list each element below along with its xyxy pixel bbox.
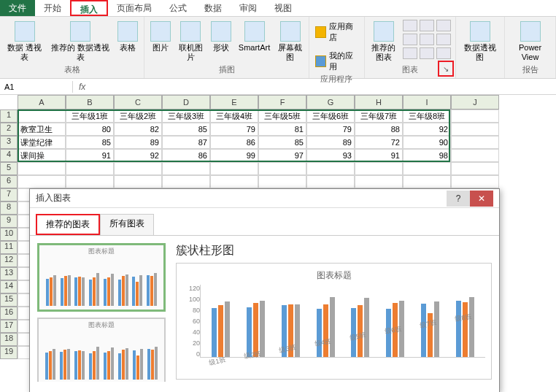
area-chart-icon[interactable] (420, 34, 434, 45)
cell[interactable]: 三年级5班 (258, 109, 306, 123)
cell[interactable] (403, 162, 451, 175)
column-header[interactable]: F (258, 95, 306, 109)
pivot-table-button[interactable]: 数据 透视表 (4, 20, 45, 64)
row-header[interactable]: 13 (0, 267, 18, 280)
line-chart-icon[interactable] (420, 20, 434, 31)
cell[interactable] (66, 162, 114, 175)
tab-view[interactable]: 视图 (266, 0, 301, 16)
cell[interactable] (258, 162, 306, 175)
tab-formula[interactable]: 公式 (161, 0, 196, 16)
column-header[interactable]: E (210, 95, 258, 109)
pivot-chart-button[interactable]: 数据透视图 (460, 20, 500, 64)
column-header[interactable]: H (355, 95, 403, 109)
tab-home[interactable]: 开始 (35, 0, 70, 16)
cell[interactable]: 99 (210, 149, 258, 162)
charts-dialog-launcher[interactable]: ↘ (438, 61, 454, 77)
cell[interactable]: 三年级3班 (162, 109, 210, 123)
cell[interactable] (66, 175, 114, 188)
cell[interactable] (18, 109, 66, 123)
stock-chart-icon[interactable] (403, 47, 417, 59)
combo-chart-icon[interactable] (420, 47, 434, 59)
column-header[interactable]: A (18, 95, 66, 109)
cell[interactable] (451, 109, 499, 123)
tab-data[interactable]: 数据 (196, 0, 231, 16)
cell[interactable] (451, 162, 499, 175)
smartart-button[interactable]: SmartArt (237, 20, 271, 54)
dialog-tab-recommended[interactable]: 推荐的图表 (36, 214, 100, 235)
cell[interactable]: 三年级7班 (355, 109, 403, 123)
cell[interactable]: 79 (306, 123, 355, 136)
cell[interactable]: 80 (66, 123, 114, 136)
cell[interactable]: 89 (114, 136, 162, 149)
cell[interactable] (355, 175, 403, 188)
row-header[interactable]: 1 (0, 109, 18, 123)
row-header[interactable]: 15 (0, 293, 18, 307)
row-header[interactable]: 19 (0, 346, 18, 359)
cell[interactable]: 85 (66, 136, 114, 149)
bar-chart-icon[interactable] (403, 34, 417, 45)
cell[interactable]: 92 (403, 123, 451, 136)
cell[interactable] (306, 175, 355, 188)
cell[interactable] (355, 162, 403, 175)
cell[interactable] (162, 175, 210, 188)
row-header[interactable]: 7 (0, 188, 18, 201)
row-header[interactable]: 11 (0, 241, 18, 254)
row-header[interactable]: 18 (0, 333, 18, 346)
cell[interactable]: 93 (306, 149, 355, 162)
cell[interactable] (258, 175, 306, 188)
row-header[interactable]: 3 (0, 136, 18, 149)
cell[interactable]: 85 (258, 136, 306, 149)
column-header[interactable]: G (306, 95, 355, 109)
cell[interactable] (451, 136, 499, 149)
thumb-stacked-column[interactable]: 图表标题 (37, 318, 166, 382)
cell[interactable]: 72 (355, 136, 403, 149)
cell[interactable]: 89 (306, 136, 355, 149)
cell[interactable] (162, 162, 210, 175)
cell[interactable]: 81 (258, 123, 306, 136)
cell[interactable] (451, 149, 499, 162)
row-header[interactable]: 12 (0, 254, 18, 267)
cell[interactable] (451, 123, 499, 136)
cell[interactable]: 教室卫生 (18, 123, 66, 136)
cell[interactable] (18, 162, 66, 175)
dialog-tab-all[interactable]: 所有图表 (100, 214, 154, 235)
row-header[interactable]: 14 (0, 280, 18, 293)
dialog-close-button[interactable]: ✕ (470, 191, 493, 207)
cell[interactable]: 三年级8班 (403, 109, 451, 123)
power-view-button[interactable]: Power View (509, 20, 551, 64)
row-header[interactable]: 8 (0, 201, 18, 215)
cell[interactable]: 86 (162, 149, 210, 162)
cell[interactable] (114, 162, 162, 175)
cell[interactable]: 90 (403, 136, 451, 149)
cell[interactable]: 97 (258, 149, 306, 162)
cell[interactable]: 87 (162, 136, 210, 149)
scatter-chart-icon[interactable] (436, 34, 451, 45)
tab-file[interactable]: 文件 (0, 0, 35, 16)
cell[interactable] (210, 162, 258, 175)
cell[interactable] (451, 175, 499, 188)
cell[interactable]: 79 (210, 123, 258, 136)
row-header[interactable]: 6 (0, 175, 18, 188)
cell[interactable] (18, 175, 66, 188)
row-header[interactable]: 17 (0, 320, 18, 333)
pie-chart-icon[interactable] (436, 20, 451, 31)
cell[interactable]: 88 (355, 123, 403, 136)
cell[interactable]: 86 (210, 136, 258, 149)
column-header[interactable]: J (451, 95, 499, 109)
column-header[interactable]: I (403, 95, 451, 109)
cell[interactable] (306, 162, 355, 175)
cell[interactable]: 85 (162, 123, 210, 136)
dialog-titlebar[interactable]: 插入图表 ? ✕ (30, 189, 499, 208)
cell[interactable]: 98 (403, 149, 451, 162)
picture-button[interactable]: 图片 (149, 20, 172, 54)
radar-chart-icon[interactable] (436, 47, 451, 59)
name-box[interactable]: A1 (0, 81, 73, 93)
cell[interactable]: 三年级2班 (114, 109, 162, 123)
cell[interactable]: 92 (114, 149, 162, 162)
column-header[interactable]: C (114, 95, 162, 109)
screenshot-button[interactable]: 屏幕截图 (276, 20, 304, 64)
row-header[interactable]: 16 (0, 307, 18, 320)
dialog-help-button[interactable]: ? (447, 191, 470, 207)
row-header[interactable]: 10 (0, 228, 18, 241)
cell[interactable]: 三年级6班 (306, 109, 355, 123)
